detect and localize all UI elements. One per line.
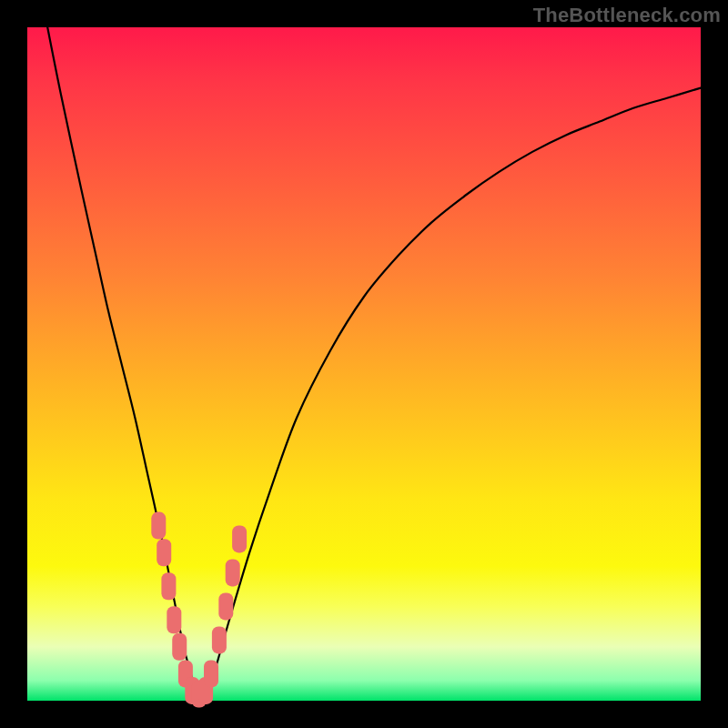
highlight-marker bbox=[226, 559, 240, 586]
marker-group bbox=[151, 512, 247, 708]
highlight-marker bbox=[172, 633, 187, 661]
chart-frame: TheBottleneck.com bbox=[0, 0, 728, 728]
watermark-text: TheBottleneck.com bbox=[533, 4, 721, 27]
highlight-marker bbox=[212, 626, 227, 653]
highlight-marker bbox=[218, 592, 233, 620]
highlight-marker bbox=[157, 539, 171, 566]
highlight-marker bbox=[167, 606, 181, 633]
bottleneck-curve bbox=[47, 27, 701, 694]
highlight-marker bbox=[151, 512, 166, 540]
plot-area bbox=[27, 27, 701, 701]
curve-svg bbox=[27, 27, 701, 701]
highlight-marker bbox=[161, 572, 176, 600]
highlight-marker bbox=[204, 660, 218, 687]
highlight-marker bbox=[232, 525, 247, 552]
